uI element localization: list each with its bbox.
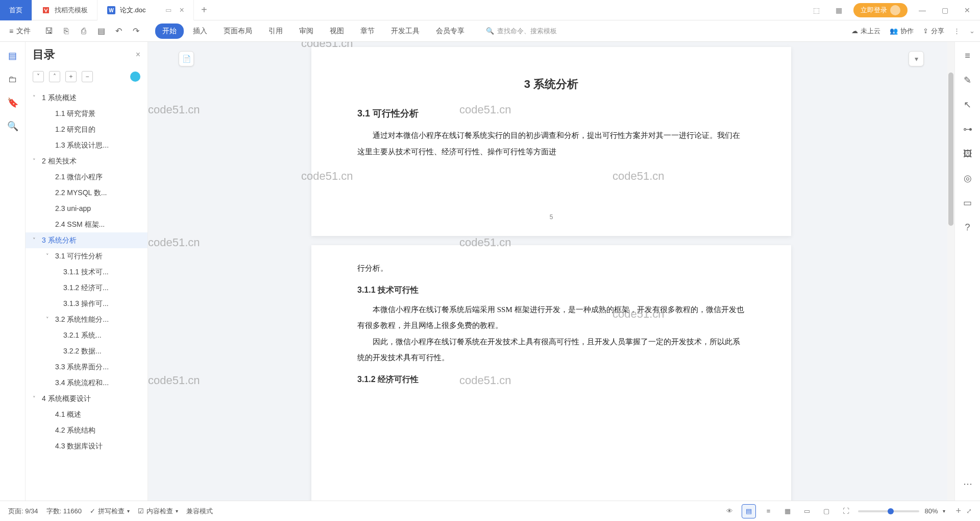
new-tab-button[interactable]: + — [194, 4, 214, 16]
ribbon-tab-view[interactable]: 视图 — [323, 23, 351, 39]
outline-item[interactable]: 3.4 系统流程和... — [26, 375, 148, 391]
scrollbar[interactable] — [947, 42, 954, 501]
outline-item[interactable]: 4.1 概述 — [26, 407, 148, 422]
zoom-value[interactable]: 80% — [924, 507, 938, 515]
outline-item[interactable]: 2.1 微信小程序 — [26, 169, 148, 185]
spell-check[interactable]: ✓拼写检查▾ — [90, 507, 130, 516]
remove-section-icon[interactable]: − — [82, 71, 93, 82]
outline-item[interactable]: ˅3.1 可行性分析 — [26, 248, 148, 264]
layout-icon[interactable]: ⬚ — [808, 3, 824, 18]
file-menu[interactable]: ≡文件 — [5, 27, 35, 36]
outline-item[interactable]: ˅2 相关技术 — [26, 153, 148, 169]
collapse-ribbon-icon[interactable]: ⌄ — [969, 27, 975, 35]
fit-icon[interactable]: ⤢ — [966, 507, 972, 515]
outline-badge-icon[interactable] — [130, 72, 140, 82]
document-area[interactable]: 📄 ▾ 3 系统分析 3.1 可行性分析 通过对本微信小程序在线订餐系统实行的目… — [148, 42, 954, 521]
ribbon-tab-references[interactable]: 引用 — [261, 23, 290, 39]
close-icon[interactable]: × — [180, 6, 184, 15]
collapse-all-icon[interactable]: ˅ — [33, 71, 44, 82]
outline-title: 目录 — [33, 47, 55, 62]
outline-item[interactable]: ˅4 系统概要设计 — [26, 391, 148, 407]
maximize-icon[interactable]: ▢ — [937, 3, 952, 18]
outline-item[interactable]: 4.3 数据库设计 — [26, 438, 148, 454]
help-icon[interactable]: ? — [961, 221, 974, 234]
search-rail-icon[interactable]: 🔍 — [6, 120, 19, 133]
word-counter[interactable]: 字数: 11660 — [46, 507, 82, 516]
settings-icon[interactable]: ⊶ — [961, 123, 974, 136]
chevron-down-icon[interactable]: ▾ — [943, 508, 945, 514]
folder-icon[interactable]: 🗀 — [6, 73, 19, 86]
close-window-icon[interactable]: ✕ — [960, 3, 975, 18]
outline-item[interactable]: 1.2 研究目的 — [26, 122, 148, 137]
pen-icon[interactable]: ✎ — [961, 74, 974, 87]
tab-templates[interactable]: 找稻壳模板 — [32, 0, 97, 20]
tab-home[interactable]: 首页 — [0, 0, 32, 20]
outline-item[interactable]: ˅3 系统分析 — [26, 232, 148, 248]
collab-button[interactable]: 👥协作 — [890, 27, 914, 36]
outline-item[interactable]: ˅3.2 系统性能分... — [26, 312, 148, 327]
outline-item[interactable]: 3.1.1 技术可... — [26, 264, 148, 280]
eye-icon[interactable]: 👁 — [722, 504, 737, 518]
close-panel-icon[interactable]: × — [136, 50, 140, 59]
cloud-status[interactable]: ☁未上云 — [851, 27, 880, 36]
page-counter[interactable]: 页面: 9/34 — [8, 507, 38, 516]
content-check[interactable]: ☑内容检查▾ — [138, 507, 178, 516]
outline-item[interactable]: 2.3 uni-app — [26, 201, 148, 217]
share-button[interactable]: ⇪分享 — [923, 27, 944, 36]
view-read-icon[interactable]: ▭ — [800, 504, 814, 518]
cursor-icon[interactable]: ↖ — [961, 98, 974, 111]
outline-item[interactable]: 3.1.3 操作可... — [26, 296, 148, 312]
ribbon-tab-layout[interactable]: 页面布局 — [216, 23, 259, 39]
outline-item[interactable]: 1.3 系统设计思... — [26, 137, 148, 153]
tab-document[interactable]: W 论文.doc ▭ × — [97, 0, 194, 20]
translate-icon[interactable]: ◎ — [961, 172, 974, 185]
outline-item[interactable]: ˅1 系统概述 — [26, 90, 148, 106]
outline-tree[interactable]: ˅1 系统概述1.1 研究背景1.2 研究目的1.3 系统设计思...˅2 相关… — [26, 86, 148, 521]
more-right-icon[interactable]: ⋯ — [961, 477, 974, 490]
outline-item[interactable]: 2.4 SSM 框架... — [26, 217, 148, 232]
zoom-slider[interactable] — [858, 510, 919, 512]
tab-device-icon[interactable]: ▭ — [165, 6, 172, 14]
scrollbar-thumb[interactable] — [948, 73, 953, 226]
ribbon-tab-member[interactable]: 会员专享 — [429, 23, 472, 39]
outline-item[interactable]: 3.2.2 数据... — [26, 343, 148, 359]
view-layout-icon[interactable]: ▢ — [819, 504, 834, 518]
page-tool-icon[interactable]: 📄 — [179, 51, 194, 66]
read-icon[interactable]: ▭ — [961, 196, 974, 209]
outline-item[interactable]: 4.2 系统结构 — [26, 422, 148, 438]
zoom-in-icon[interactable]: + — [955, 506, 961, 516]
add-section-icon[interactable]: + — [65, 71, 77, 82]
expand-all-icon[interactable]: ˄ — [49, 71, 60, 82]
ribbon-search[interactable]: 🔍查找命令、搜索模板 — [486, 27, 557, 36]
view-web-icon[interactable]: ▦ — [780, 504, 795, 518]
undo-icon[interactable]: ↶ — [112, 25, 125, 37]
more-icon[interactable]: ⋮ — [953, 27, 960, 35]
image-icon[interactable]: 🖼 — [961, 147, 974, 160]
redo-icon[interactable]: ↷ — [130, 25, 142, 37]
preview-icon[interactable]: ▤ — [95, 25, 107, 37]
view-outline-icon[interactable]: ≡ — [761, 504, 775, 518]
outline-item[interactable]: 1.1 研究背景 — [26, 106, 148, 122]
save-as-icon[interactable]: ⎘ — [60, 25, 72, 37]
outline-item[interactable]: 3.3 系统界面分... — [26, 359, 148, 375]
ribbon-tab-chapter[interactable]: 章节 — [353, 23, 382, 39]
ribbon-tab-start[interactable]: 开始 — [155, 23, 184, 39]
outline-icon[interactable]: ▤ — [6, 49, 19, 62]
bookmark-page-icon[interactable]: ▾ — [909, 51, 924, 66]
outline-item[interactable]: 3.2.1 系统... — [26, 327, 148, 343]
print-icon[interactable]: ⎙ — [78, 25, 90, 37]
outline-item[interactable]: 2.2 MYSQL 数... — [26, 185, 148, 201]
save-icon[interactable]: 🖫 — [43, 25, 55, 37]
content-icon: ☑ — [138, 507, 144, 515]
ribbon-tab-devtools[interactable]: 开发工具 — [384, 23, 427, 39]
minimize-icon[interactable]: — — [915, 3, 930, 18]
fullscreen-icon[interactable]: ⛶ — [839, 504, 853, 518]
ribbon-tab-insert[interactable]: 插入 — [186, 23, 214, 39]
view-page-icon[interactable]: ▤ — [742, 504, 756, 518]
hamburger-right-icon[interactable]: ≡ — [961, 49, 974, 62]
login-button[interactable]: 立即登录 — [853, 3, 908, 17]
ribbon-tab-review[interactable]: 审阅 — [292, 23, 321, 39]
apps-icon[interactable]: ▦ — [831, 3, 846, 18]
outline-item[interactable]: 3.1.2 经济可... — [26, 280, 148, 296]
bookmark-icon[interactable]: 🔖 — [6, 96, 19, 109]
